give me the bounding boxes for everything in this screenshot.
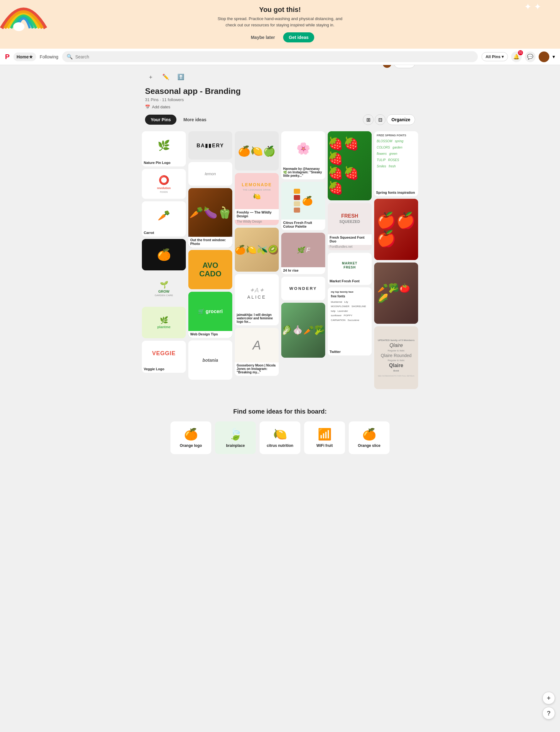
banner-description: Stop the spread. Practice hand-washing a… [217, 16, 343, 28]
pin-label: Web Design Tips [188, 331, 232, 338]
idea-card[interactable]: 📶 WiFi fruit [304, 422, 345, 454]
edit-board-button[interactable]: ✏️ [160, 71, 171, 83]
pin-card[interactable]: 🥕🥦🍅🌽 [374, 262, 418, 324]
pin-card[interactable]: my top twenty fave free fonts blueberrat… [328, 287, 372, 355]
svg-point-0 [13, 22, 24, 31]
pinterest-logo[interactable]: P [5, 53, 10, 61]
board-header: ＋ ✏️ ⬆️ Invite Seasonal app - Branding 3… [139, 65, 421, 128]
pin-card[interactable]: UPDATED family of 5 Members Qlaire Regul… [374, 326, 418, 389]
banner: ✦ ✦ You got this! Stop the spread. Pract… [0, 0, 560, 49]
notifications-button[interactable]: 🔔 55 [511, 51, 522, 62]
pin-sublabel: The Wildly Design [235, 220, 279, 225]
pin-card[interactable]: 🌱 GROW GARDEN CARE [142, 273, 186, 304]
share-board-button[interactable]: ⬆️ [175, 71, 186, 83]
pin-card[interactable]: 🥬🧄🥕🥦 [281, 303, 325, 358]
pin-label: Market Fresh Font [328, 278, 372, 285]
pin-label: 24 hr rise [281, 267, 325, 274]
add-dates-button[interactable]: 📅 Add dates [145, 105, 415, 109]
rainbow-icon [0, 0, 47, 31]
pin-label: Out the front window: Photo [188, 237, 232, 247]
pin-card[interactable]: 🍊🍋🫒🥝 [235, 228, 279, 272]
pins-grid: 🌿 Nature Pin Logo ⭕ revolution FOODS 🥕 C… [139, 128, 421, 399]
pin-card[interactable]: ✦A✦ ALICE jaimakhija: I will design wate… [235, 274, 279, 325]
idea-icon: 🍊 [184, 428, 198, 441]
pin-card[interactable]: botania [188, 340, 232, 380]
pin-label: Freshly — The Wildly Design [235, 209, 279, 220]
organize-button[interactable]: Organize [387, 114, 415, 125]
pin-card[interactable]: VEGGIE Veggie Logo [142, 341, 186, 373]
banner-buttons: Maybe later Get ideas [6, 32, 554, 42]
board-title: Seasonal app - Branding [145, 86, 415, 96]
pin-card[interactable]: 🥕🍆🫑 Out the front window: Photo [188, 188, 232, 247]
idea-card[interactable]: 🍋 citrus nutrition [260, 422, 300, 454]
pin-label: Citrus Fresh Fruit Colour Palette [281, 219, 325, 230]
pin-card[interactable]: 🍊 [142, 239, 186, 270]
avatar[interactable] [539, 51, 549, 62]
pin-card[interactable]: BA▮▮ERY [188, 131, 232, 159]
pin-card[interactable]: 🌿 F 24 hr rise [281, 233, 325, 274]
home-nav-item[interactable]: Home★ [13, 52, 36, 61]
calendar-icon: 📅 [145, 105, 150, 109]
pin-label: Nature Pin Logo [142, 159, 186, 166]
navbar-right: All Pins ▾ 🔔 55 💬 ▾ [482, 51, 555, 62]
masonry-grid: 🌿 Nature Pin Logo ⭕ revolution FOODS 🥕 C… [142, 131, 418, 389]
messages-button[interactable]: 💬 [525, 51, 536, 62]
maybe-later-button[interactable]: Maybe later [246, 32, 280, 42]
pin-card[interactable]: 🌿 plantme [142, 307, 186, 338]
idea-icon: 📶 [318, 428, 332, 441]
pin-card[interactable]: FRESH SQUEEZED Fresh Squeezed Font Duo F… [328, 203, 372, 250]
tab-your-pins[interactable]: Your Pins [145, 115, 176, 125]
search-input[interactable] [75, 54, 473, 59]
idea-label: Orange logo [180, 444, 202, 448]
pin-label: Veggie Logo [142, 366, 186, 373]
idea-card[interactable]: 🍊 Orange logo [170, 422, 211, 454]
pin-label: jaimakhija: I will design watercolor and… [235, 312, 279, 325]
pin-card[interactable]: 🥕 Carrot [142, 201, 186, 236]
pin-card[interactable]: MARKET FRESH Market Fresh Font [328, 253, 372, 285]
ideas-title: Find some ideas for this board: [6, 408, 554, 415]
idea-card[interactable]: 🍊 Orange slice [349, 422, 390, 454]
pin-card[interactable]: 🍎🍎🍎 [374, 199, 418, 260]
all-pins-dropdown[interactable]: All Pins ▾ [482, 52, 508, 61]
idea-label: Orange slice [358, 444, 380, 448]
pin-card[interactable]: 🌿 Nature Pin Logo [142, 131, 186, 166]
grid-view-button[interactable]: ⊞ [363, 114, 374, 125]
compact-view-button[interactable]: ⊟ [375, 114, 385, 125]
pin-card[interactable]: LEMONADE THE LEMONADE DRINK 🍋 Freshly — … [235, 173, 279, 225]
pin-card[interactable]: 🍊🍋🍏 [235, 131, 279, 170]
get-ideas-button[interactable]: Get ideas [283, 32, 314, 42]
idea-icon: 🍊 [362, 428, 376, 441]
account-chevron-icon[interactable]: ▾ [552, 54, 555, 60]
navbar: P Home★ Following 🔍 All Pins ▾ 🔔 55 💬 ▾ [0, 49, 560, 65]
notification-badge: 55 [518, 50, 523, 55]
pin-card[interactable]: lemon [188, 162, 232, 186]
pin-card[interactable]: 🌸 Hanmade by @hannaray 🌿 on Instagram: "… [281, 131, 325, 179]
search-bar[interactable]: 🔍 [62, 51, 478, 62]
idea-label: WiFi fruit [316, 444, 333, 448]
pin-label: Twitter [328, 348, 372, 355]
pin-card[interactable]: FREE SPRING FONTS BLOSSOM springCOLORS g… [374, 131, 418, 196]
idea-card[interactable]: 🍃 brainplace [215, 422, 256, 454]
pin-card[interactable]: 🍊 Citrus Fresh Fruit Colour Palette [281, 182, 325, 230]
pin-card[interactable]: WONDERY [281, 277, 325, 300]
pin-label: Fresh Squeezed Font Duo [328, 234, 372, 245]
idea-label: brainplace [226, 444, 245, 448]
sparkles-icon: ✦ ✦ [524, 2, 541, 12]
add-pin-button[interactable]: ＋ [145, 71, 156, 83]
idea-icon: 🍃 [229, 428, 243, 441]
pin-card[interactable]: 🛒 groceri Web Design Tips [188, 292, 232, 338]
board-tabs: Your Pins More ideas ⊞ ⊟ Organize [145, 114, 415, 125]
pin-sublabel: FontBundles.net [328, 245, 372, 250]
following-nav-item[interactable]: Following [40, 54, 58, 59]
tab-more-ideas[interactable]: More ideas [178, 115, 212, 125]
board-actions: ＋ ✏️ ⬆️ [145, 71, 186, 83]
pin-label: Gooseberry Moon | Nicola Jones on Instag… [235, 362, 279, 376]
pin-card[interactable]: ⭕ revolution FOODS [142, 169, 186, 199]
pin-card[interactable]: AVOCADO [188, 250, 232, 289]
banner-title: You got this! [6, 6, 554, 14]
pin-label: Hanmade by @hannaray 🌿 on Instagram: "Sn… [281, 166, 325, 179]
pin-label: Spring fonts inspiration [374, 189, 418, 196]
ideas-cards: 🍊 Orange logo 🍃 brainplace 🍋 citrus nutr… [6, 422, 554, 454]
pin-card[interactable]: 🍓🍓🍓🍓🍓🍓 [328, 131, 372, 200]
pin-card[interactable]: A Gooseberry Moon | Nicola Jones on Inst… [235, 328, 279, 376]
